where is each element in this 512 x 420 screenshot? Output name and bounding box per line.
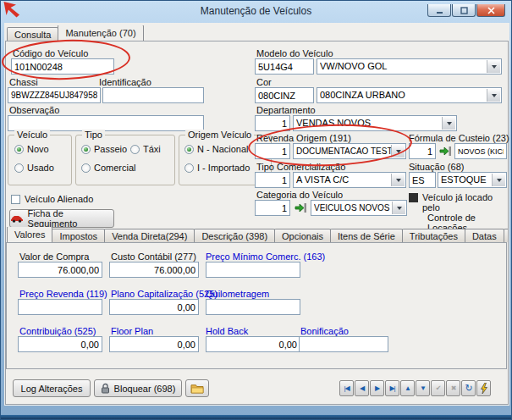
cor-code-field[interactable] — [255, 87, 314, 103]
chevron-down-icon — [447, 122, 452, 125]
tab-itens-de-serie[interactable]: Itens de Série — [330, 229, 403, 242]
identificacao-label: Identificação — [99, 77, 151, 87]
modelo-label: Modelo do Veículo — [256, 48, 333, 58]
minimize-button[interactable] — [427, 4, 451, 17]
radio-novo[interactable]: Novo — [14, 144, 49, 154]
window-manutencao-veiculos: Manutenção de Veículos Consulta Manutenç… — [0, 0, 512, 420]
checkbox-veiculo-alienado[interactable]: Veículo Alienado — [11, 194, 93, 204]
radio-passeio[interactable]: Passeio — [81, 144, 127, 154]
bloquear-label: Bloquear (698) — [114, 384, 176, 394]
departamento-dropdown-button[interactable] — [442, 117, 455, 130]
bottom-tabstrip: Valores Impostos Venda Direta(294) Descr… — [7, 227, 508, 242]
modelo-code-field[interactable] — [255, 58, 314, 75]
categoria-lookup-button[interactable] — [293, 200, 308, 216]
folder-button[interactable] — [185, 379, 209, 397]
radio-usado[interactable]: Usado — [14, 163, 54, 173]
revenda-origem-dropdown-button[interactable] — [391, 145, 405, 158]
cor-combo[interactable]: 080CINZA URBANO — [317, 87, 502, 103]
formula-custeio-lookup-button[interactable] — [438, 143, 453, 159]
radio-novo-label: Novo — [27, 144, 49, 154]
nav-aux-button[interactable] — [476, 380, 491, 396]
bonificacao-field[interactable] — [299, 336, 388, 352]
codigo-label: Código do Veículo — [13, 48, 88, 58]
maximize-button[interactable] — [452, 4, 476, 17]
departamento-combo[interactable]: VENDAS NOVOS — [293, 115, 457, 131]
contribuicao-field[interactable] — [18, 336, 102, 352]
tab-datas[interactable]: Datas — [465, 229, 504, 242]
modelo-combo[interactable]: VW/NOVO GOL — [317, 58, 502, 75]
tab-manutencao[interactable]: Manutenção (70) — [58, 25, 143, 41]
tab-impostos[interactable]: Impostos — [52, 229, 105, 242]
bloquear-button[interactable]: Bloquear (698) — [94, 379, 182, 397]
situacao-combo-value: ESTOQUE — [441, 173, 492, 187]
nav-prior-button[interactable]: ◀ — [355, 380, 369, 396]
log-alteracoes-button[interactable]: Log Alterações — [13, 379, 91, 397]
nav-first-button[interactable]: |◀ — [339, 380, 354, 396]
quilometragem-field[interactable] — [206, 299, 300, 315]
departamento-code-field[interactable] — [255, 115, 290, 131]
radio-comercial[interactable]: Comercial — [81, 163, 136, 173]
modelo-combo-value: VW/NOVO GOL — [320, 59, 487, 74]
formula-custeio-desc-field[interactable] — [454, 143, 507, 159]
hold-back-field[interactable] — [206, 336, 300, 352]
tipo-comercializacao-combo[interactable]: A VISTA C/C — [293, 172, 406, 188]
close-button[interactable] — [476, 4, 505, 17]
nav-cancel-button[interactable]: ✖ — [446, 380, 460, 396]
radio-icon — [81, 163, 91, 173]
nav-last-button[interactable]: ▶| — [385, 380, 399, 396]
cor-dropdown-button[interactable] — [487, 89, 500, 102]
tab-descricao[interactable]: Descrição (398) — [194, 229, 275, 242]
chevron-down-icon — [492, 65, 497, 69]
group-tipo-title: Tipo — [82, 130, 105, 140]
contribuicao-label: Contribuição (525) — [19, 326, 96, 336]
record-navigator: |◀ ◀ ▶ ▶| ▲ ▼ ✔ ✖ ↻ — [339, 380, 491, 396]
radio-comercial-label: Comercial — [94, 163, 136, 173]
valor-compra-field[interactable] — [18, 262, 102, 278]
revenda-origem-combo[interactable]: DOCUMENTACAO TESTE — [293, 143, 406, 159]
revenda-origem-code-field[interactable] — [255, 143, 290, 159]
close-icon — [487, 7, 495, 14]
radio-taxi[interactable]: Táxi — [130, 144, 161, 154]
radio-icon — [81, 145, 91, 154]
formula-custeio-code-field[interactable] — [409, 143, 436, 159]
tab-valores[interactable]: Valores — [7, 227, 52, 242]
nav-down-button[interactable]: ▼ — [416, 380, 430, 396]
chassi-field[interactable] — [8, 87, 101, 103]
chevron-down-icon — [492, 94, 497, 97]
tipo-comercializacao-label: Tipo Comercialização — [256, 162, 345, 172]
prior-record-icon: ◀ — [360, 385, 364, 392]
valor-compra-label: Valor de Compra — [19, 251, 89, 262]
tab-opcionais[interactable]: Opcionais — [274, 229, 331, 242]
tab-consulta[interactable]: Consulta — [7, 27, 58, 41]
tab-tributacoes[interactable]: Tributações — [402, 229, 465, 242]
nav-confirm-button[interactable]: ✔ — [431, 380, 445, 396]
tipo-comercializacao-code-field[interactable] — [255, 172, 290, 188]
situacao-code-field[interactable] — [409, 172, 436, 188]
preco-revenda-field[interactable] — [18, 299, 102, 315]
floor-plan-field[interactable] — [109, 336, 199, 352]
categoria-code-field[interactable] — [255, 200, 290, 216]
custo-contabil-field[interactable] — [109, 262, 199, 278]
nav-up-button[interactable]: ▲ — [400, 380, 415, 396]
identificacao-field[interactable] — [102, 87, 204, 103]
categoria-dropdown-button[interactable] — [392, 202, 405, 214]
tipo-comercializacao-dropdown-button[interactable] — [391, 174, 405, 186]
tab-vendedor[interactable]: Vendedor — [504, 229, 508, 242]
radio-usado-label: Usado — [27, 163, 54, 173]
codigo-field[interactable] — [11, 58, 114, 75]
ficha-seguimento-button[interactable]: Ficha de Seguimento — [9, 209, 114, 228]
tab-venda-direta[interactable]: Venda Direta(294) — [104, 229, 195, 242]
radio-nacional[interactable]: N - Nacional — [184, 144, 249, 154]
radio-importado[interactable]: I - Importado — [184, 163, 250, 173]
situacao-combo[interactable]: ESTOQUE — [438, 172, 507, 188]
preco-minimo-field[interactable] — [206, 262, 300, 278]
log-alteracoes-label: Log Alterações — [21, 384, 83, 394]
chevron-down-icon — [396, 179, 401, 182]
modelo-dropdown-button[interactable] — [487, 60, 500, 73]
categoria-combo[interactable]: VEICULOS NOVOS VW — [311, 200, 407, 216]
arrow-up-icon: ▲ — [405, 385, 410, 392]
nav-refresh-button[interactable]: ↻ — [461, 380, 476, 396]
plano-capitalizacao-field[interactable] — [109, 299, 199, 315]
nav-next-button[interactable]: ▶ — [370, 380, 384, 396]
situacao-dropdown-button[interactable] — [492, 174, 505, 186]
